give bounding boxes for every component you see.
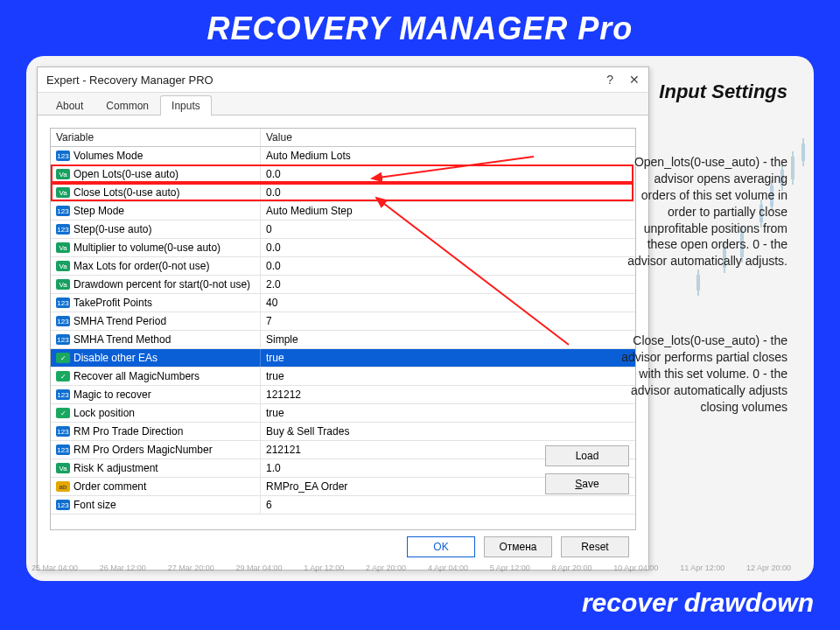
grid-row[interactable]: ✓Disable other EAstrue: [51, 349, 635, 368]
variable-name: Recover all MagicNumbers: [74, 370, 200, 382]
variable-name: Order comment: [74, 480, 146, 493]
type-badge-icon: 123: [56, 206, 70, 216]
variable-value[interactable]: 0: [261, 220, 635, 238]
tab-common[interactable]: Common: [94, 95, 160, 116]
variable-value[interactable]: Simple: [261, 331, 635, 348]
type-badge-icon: 123: [56, 426, 70, 437]
variable-name: SMHA Trend Method: [74, 333, 171, 346]
page-footer: recover drawdown: [0, 581, 840, 618]
dialog-titlebar: Expert - Recovery Manager PRO ? ✕: [38, 67, 648, 93]
type-badge-icon: 123: [56, 444, 70, 455]
side-heading: Input Settings: [659, 80, 788, 103]
variable-name: SMHA Trend Period: [74, 315, 166, 327]
type-badge-icon: 123: [56, 298, 70, 308]
type-badge-icon: 123: [56, 316, 70, 326]
grid-row[interactable]: VaMultiplier to volume(0-use auto)0.0: [51, 239, 635, 257]
type-badge-icon: Va: [56, 279, 70, 290]
variable-name: Max Lots for order(0-not use): [74, 260, 209, 272]
variable-value[interactable]: 0.0: [261, 239, 635, 256]
variable-value[interactable]: 0.0: [261, 184, 635, 201]
variable-name: Open Lots(0-use auto): [74, 168, 178, 180]
variable-value[interactable]: 121212: [261, 386, 635, 403]
variable-name: Font size: [74, 499, 116, 511]
variable-name: Risk K adjustment: [74, 462, 158, 474]
save-button[interactable]: Save: [545, 473, 629, 494]
bottom-buttons: OK Отмена Reset: [407, 536, 629, 557]
type-badge-icon: 123: [56, 334, 70, 345]
variable-name: Close Lots(0-use auto): [74, 186, 179, 199]
cancel-button[interactable]: Отмена: [484, 536, 552, 557]
dialog-title: Expert - Recovery Manager PRO: [46, 74, 214, 87]
variable-value[interactable]: Auto Medium Lots: [261, 147, 635, 164]
tab-inputs[interactable]: Inputs: [160, 95, 212, 116]
card: Expert - Recovery Manager PRO ? ✕ About …: [26, 56, 814, 581]
variable-value[interactable]: 2.0: [261, 276, 635, 293]
type-badge-icon: Va: [56, 187, 70, 198]
grid-row[interactable]: 123Font size6: [51, 496, 635, 514]
variable-name: RM Pro Trade Direction: [74, 425, 183, 438]
variable-value[interactable]: Auto Medium Step: [261, 202, 635, 220]
variable-name: RM Pro Orders MagicNumber: [74, 444, 213, 456]
grid-row[interactable]: VaOpen Lots(0-use auto)0.0: [51, 165, 635, 184]
variable-value[interactable]: 40: [261, 294, 635, 312]
col-header-variable: Variable: [51, 129, 261, 146]
tab-bar: About Common Inputs: [38, 93, 648, 116]
variable-name: Drawdown percent for start(0-not use): [74, 278, 250, 290]
load-button[interactable]: Load: [545, 445, 629, 466]
help-icon[interactable]: ?: [606, 73, 613, 87]
variable-value[interactable]: 0.0: [261, 257, 635, 275]
grid-row[interactable]: VaDrawdown percent for start(0-not use)2…: [51, 276, 635, 294]
description-close-lots: Close_lots(0-use_auto) - the advisor per…: [621, 332, 788, 415]
variable-name: Lock position: [74, 407, 135, 419]
variable-value[interactable]: 7: [261, 312, 635, 330]
variable-name: Multiplier to volume(0-use auto): [74, 242, 220, 254]
grid-header: Variable Value: [51, 129, 635, 147]
expert-properties-dialog: Expert - Recovery Manager PRO ? ✕ About …: [37, 66, 649, 570]
grid-row[interactable]: 123RM Pro Trade DirectionBuy & Sell Trad…: [51, 423, 635, 441]
grid-row[interactable]: 123Volumes ModeAuto Medium Lots: [51, 147, 635, 165]
variable-value[interactable]: 6: [261, 496, 635, 514]
type-badge-icon: ✓: [56, 408, 70, 418]
grid-row[interactable]: VaClose Lots(0-use auto)0.0: [51, 184, 635, 202]
variable-name: Volumes Mode: [74, 150, 143, 162]
variable-value[interactable]: Buy & Sell Trades: [261, 423, 635, 440]
grid-row[interactable]: ✓Lock positiontrue: [51, 404, 635, 423]
axis-tick: 11 Apr 12:00: [680, 564, 724, 572]
type-badge-icon: ab: [56, 481, 70, 492]
reset-button[interactable]: Reset: [561, 536, 629, 557]
variable-name: TakeProfit Points: [74, 297, 152, 309]
type-badge-icon: ✓: [56, 353, 70, 363]
tab-about[interactable]: About: [45, 95, 94, 116]
description-open-lots: Open_lots(0-use_auto) - the advisor open…: [621, 154, 788, 270]
axis-tick: 12 Apr 20:00: [746, 564, 791, 572]
grid-row[interactable]: 123Step(0-use auto)0: [51, 220, 635, 239]
type-badge-icon: Va: [56, 463, 70, 473]
grid-row[interactable]: 123SMHA Trend Period7: [51, 312, 635, 331]
side-buttons: Load Save: [545, 445, 629, 494]
variable-name: Magic to recover: [74, 388, 151, 401]
type-badge-icon: Va: [56, 242, 70, 253]
type-badge-icon: 123: [56, 224, 70, 234]
close-icon[interactable]: ✕: [629, 73, 640, 87]
grid-row[interactable]: 123Magic to recover121212: [51, 386, 635, 404]
grid-row[interactable]: ✓Recover all MagicNumberstrue: [51, 368, 635, 386]
ok-button[interactable]: OK: [407, 536, 475, 557]
variable-value[interactable]: true: [261, 368, 635, 385]
grid-row[interactable]: 123Step ModeAuto Medium Step: [51, 202, 635, 220]
grid-row[interactable]: 123TakeProfit Points40: [51, 294, 635, 312]
type-badge-icon: 123: [56, 389, 70, 400]
page-title: RECOVERY MANAGER Pro: [0, 0, 840, 56]
type-badge-icon: 123: [56, 500, 70, 510]
variable-value[interactable]: 0.0: [261, 165, 635, 183]
variable-name: Step(0-use auto): [74, 223, 151, 235]
variable-value[interactable]: true: [261, 404, 635, 422]
type-badge-icon: 123: [56, 150, 70, 161]
variable-name: Step Mode: [74, 205, 124, 217]
type-badge-icon: Va: [56, 169, 70, 179]
type-badge-icon: Va: [56, 261, 70, 271]
grid-row[interactable]: 123SMHA Trend MethodSimple: [51, 331, 635, 349]
grid-row[interactable]: VaMax Lots for order(0-not use)0.0: [51, 257, 635, 276]
variable-value[interactable]: true: [261, 349, 635, 367]
col-header-value: Value: [261, 129, 635, 146]
variable-name: Disable other EAs: [74, 352, 158, 364]
